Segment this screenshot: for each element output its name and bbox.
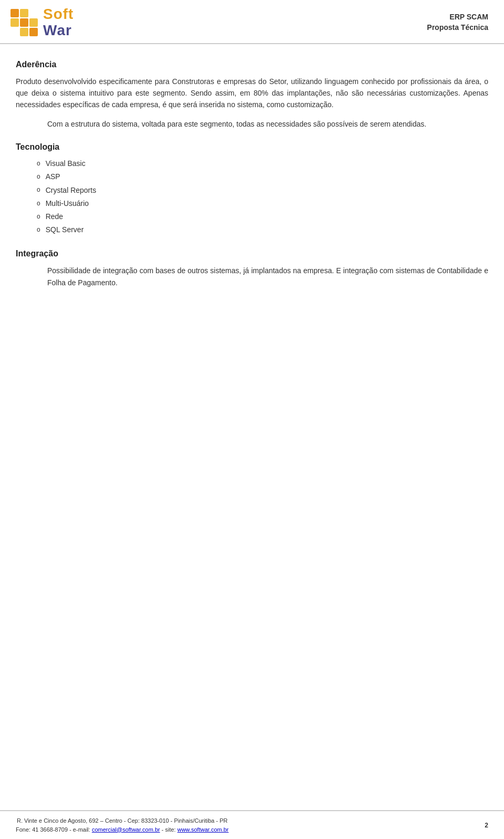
logo-war: War xyxy=(43,23,74,39)
footer-email[interactable]: comercial@softwar.com.br xyxy=(92,826,160,833)
list-item-label: Crystal Reports xyxy=(46,184,96,197)
logo-sq-3 xyxy=(29,9,38,17)
adherencia-section: Aderência Produto desenvolvolvido especi… xyxy=(16,60,488,130)
adherencia-title: Aderência xyxy=(16,60,488,69)
footer: R. Vinte e Cinco de Agosto, 692 – Centro… xyxy=(0,810,504,839)
header-right: ERP SCAM Proposta Técnica xyxy=(427,12,488,33)
header: Soft War ERP SCAM Proposta Técnica xyxy=(0,0,504,44)
logo-area: Soft War xyxy=(10,6,74,39)
main-content: Aderência Produto desenvolvolvido especi… xyxy=(0,44,504,810)
header-title: ERP SCAM Proposta Técnica xyxy=(427,12,488,33)
logo-sq-4 xyxy=(10,18,19,27)
list-item: Rede xyxy=(37,210,488,223)
header-title-line1: ERP SCAM xyxy=(427,12,488,23)
integracao-paragraph: Possibilidade de integração com bases de… xyxy=(47,265,488,288)
logo-squares-icon xyxy=(10,9,38,36)
integracao-section: Integração Possibilidade de integração c… xyxy=(16,249,488,288)
list-item-label: SQL Server xyxy=(46,223,84,236)
integracao-title: Integração xyxy=(16,249,488,258)
logo-sq-1 xyxy=(10,9,19,17)
list-item: ASP xyxy=(37,170,488,183)
tecnologia-title: Tecnologia xyxy=(16,142,488,152)
adherencia-paragraph2: Com a estrutura do sistema, voltada para… xyxy=(47,118,488,130)
tecnologia-list: Visual Basic ASP Crystal Reports Multi-U… xyxy=(37,157,488,236)
logo-sq-6 xyxy=(29,18,38,27)
logo-soft: Soft xyxy=(43,6,74,23)
tecnologia-section: Tecnologia Visual Basic ASP Crystal Repo… xyxy=(16,142,488,236)
logo-sq-9 xyxy=(29,28,38,36)
logo-text: Soft War xyxy=(43,6,74,39)
list-item-label: ASP xyxy=(46,170,60,183)
logo-sq-7 xyxy=(10,28,19,36)
footer-contact: Fone: 41 3668-8709 - e-mail: comercial@s… xyxy=(16,825,229,834)
list-item: SQL Server xyxy=(37,223,488,236)
footer-page-number: 2 xyxy=(478,822,488,829)
logo-sq-2 xyxy=(20,9,28,17)
list-item-label: Visual Basic xyxy=(46,157,86,170)
header-title-line2: Proposta Técnica xyxy=(427,23,488,33)
page-wrapper: Soft War ERP SCAM Proposta Técnica Aderê… xyxy=(0,0,504,839)
list-item-label: Multi-Usuário xyxy=(46,197,89,210)
adherencia-paragraph1: Produto desenvolvolvido especificamente … xyxy=(16,76,488,111)
list-item-label: Rede xyxy=(46,210,63,223)
list-item: Crystal Reports xyxy=(37,184,488,197)
logo-sq-5 xyxy=(20,18,28,27)
logo-sq-8 xyxy=(20,28,28,36)
footer-site[interactable]: www.softwar.com.br xyxy=(177,826,229,833)
footer-text: R. Vinte e Cinco de Agosto, 692 – Centro… xyxy=(16,816,229,834)
footer-site-prefix: - site: xyxy=(160,826,177,833)
list-item: Visual Basic xyxy=(37,157,488,170)
footer-address: R. Vinte e Cinco de Agosto, 692 – Centro… xyxy=(16,816,229,825)
list-item: Multi-Usuário xyxy=(37,197,488,210)
footer-phone: Fone: 41 3668-8709 - e-mail: xyxy=(16,826,92,833)
